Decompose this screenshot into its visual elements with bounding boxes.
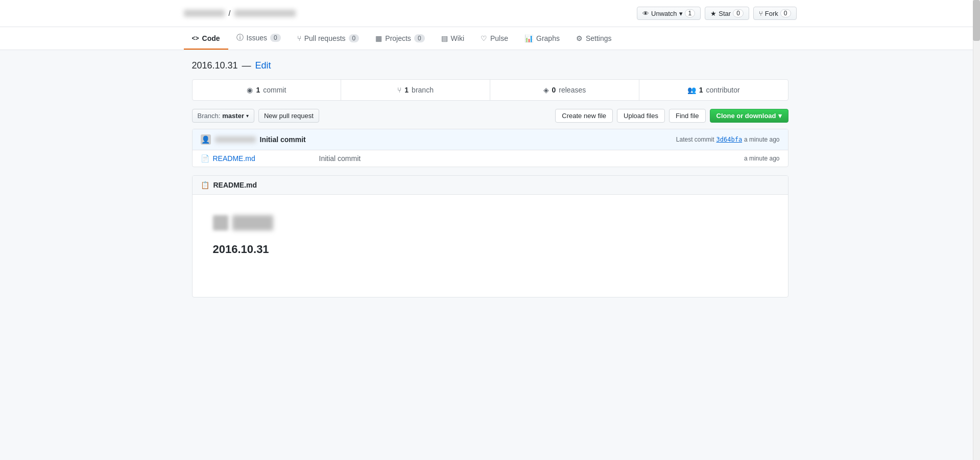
branch-label: Branch: (198, 112, 221, 120)
new-pull-request-button[interactable]: New pull request (258, 109, 319, 123)
star-label: Star (719, 10, 731, 17)
tab-pr-label: Pull requests (304, 34, 346, 42)
main-content: 2016.10.31 — Edit ◉ 1 commit ⑂ 1 branch … (184, 50, 797, 308)
repo-name-blur (234, 10, 296, 17)
tab-issues-label: Issues (247, 34, 267, 42)
tab-wiki-label: Wiki (451, 34, 464, 42)
stat-releases[interactable]: ◈ 0 releases (490, 80, 639, 100)
readme-book-icon: 📋 (201, 181, 209, 189)
tab-graphs[interactable]: 📊 Graphs (516, 28, 568, 50)
fork-button[interactable]: ⑂ Fork 0 (753, 7, 797, 20)
tab-issues[interactable]: ⓘ Issues 0 (228, 27, 289, 50)
repo-breadcrumb: / (184, 9, 296, 17)
readme-header: 📋 README.md (193, 176, 788, 195)
pr-badge: 0 (349, 34, 360, 42)
tab-projects-label: Projects (385, 34, 411, 42)
settings-icon: ⚙ (576, 34, 583, 42)
clone-or-download-button[interactable]: Clone or download ▾ (710, 109, 788, 123)
scrollbar-thumb[interactable] (973, 0, 980, 41)
contributors-label: contributor (706, 86, 739, 94)
toolbar-left: Branch: master ▾ New pull request (192, 109, 319, 123)
commit-message: Initial commit (260, 135, 672, 144)
toolbar-right: Create new file Upload files Find file C… (555, 109, 788, 123)
repo-title-bar: 2016.10.31 — Edit (192, 60, 788, 71)
create-new-file-button[interactable]: Create new file (555, 109, 613, 123)
tag-icon: ◈ (543, 86, 549, 94)
table-row: 📄 README.md Initial commit a minute ago (193, 150, 788, 167)
commits-count: 1 (256, 86, 260, 94)
tab-pulse[interactable]: ♡ Pulse (472, 28, 516, 50)
tab-code[interactable]: <> Code (184, 28, 228, 50)
tab-projects[interactable]: ▦ Projects 0 (367, 28, 433, 50)
avatar-image: 👤 (201, 135, 210, 144)
code-icon: <> (192, 35, 199, 42)
readme-section: 📋 README.md 2016.10.31 (192, 175, 788, 297)
top-bar: / 👁 Unwatch ▾ 1 ★ Star 0 ⑂ Fork 0 (0, 0, 980, 27)
releases-count: 0 (552, 86, 556, 94)
commit-author (215, 136, 256, 143)
tab-settings[interactable]: ⚙ Settings (568, 28, 620, 50)
unwatch-dropdown-icon: ▾ (679, 10, 683, 17)
pr-icon: ⑂ (297, 34, 301, 42)
unwatch-label: Unwatch (651, 10, 677, 17)
file-name-link[interactable]: README.md (213, 154, 315, 163)
file-toolbar: Branch: master ▾ New pull request Create… (192, 109, 788, 123)
commits-label: commit (263, 86, 286, 94)
readme-header-label: README.md (213, 181, 257, 189)
file-commit-message: Initial commit (319, 154, 740, 163)
stat-branches[interactable]: ⑂ 1 branch (341, 80, 490, 100)
star-count: 0 (733, 9, 744, 17)
branches-label: branch (412, 86, 434, 94)
latest-commit-prefix: Latest commit (676, 136, 714, 143)
tab-wiki[interactable]: ▤ Wiki (433, 28, 472, 50)
stat-contributors[interactable]: 👥 1 contributor (639, 80, 788, 100)
readme-image-small (213, 215, 228, 231)
clone-download-label: Clone or download (716, 112, 776, 120)
stats-bar: ◉ 1 commit ⑂ 1 branch ◈ 0 releases 👥 1 c… (192, 79, 788, 101)
upload-files-button[interactable]: Upload files (617, 109, 665, 123)
fork-icon: ⑂ (759, 10, 763, 17)
graphs-icon: 📊 (524, 34, 533, 42)
tab-nav: <> Code ⓘ Issues 0 ⑂ Pull requests 0 ▦ P… (0, 27, 980, 50)
tab-pulse-label: Pulse (490, 34, 508, 42)
commit-meta: Latest commit 3d64bfa a minute ago (676, 136, 780, 143)
tab-graphs-label: Graphs (536, 34, 560, 42)
branch-name: master (222, 112, 244, 120)
wiki-icon: ▤ (441, 34, 448, 42)
star-button[interactable]: ★ Star 0 (705, 7, 749, 20)
fork-count: 0 (780, 9, 791, 17)
branch-icon: ⑂ (397, 86, 401, 94)
eye-icon: 👁 (642, 10, 649, 17)
title-separator: — (242, 60, 251, 71)
readme-body: 2016.10.31 (193, 195, 788, 297)
fork-label: Fork (765, 10, 778, 17)
releases-label: releases (559, 86, 586, 94)
issues-icon: ⓘ (236, 33, 244, 42)
branch-selector[interactable]: Branch: master ▾ (192, 109, 254, 123)
branches-count: 1 (404, 86, 409, 94)
commit-time: a minute ago (744, 136, 779, 143)
readme-title: 2016.10.31 (213, 243, 269, 256)
edit-link[interactable]: Edit (255, 60, 271, 71)
people-icon: 👥 (687, 86, 696, 94)
pulse-icon: ♡ (481, 34, 487, 42)
stat-commits[interactable]: ◉ 1 commit (193, 80, 342, 100)
projects-badge: 0 (414, 34, 425, 42)
issues-badge: 0 (270, 34, 281, 42)
commit-sha-link[interactable]: 3d64bfa (716, 136, 743, 143)
contributors-count: 1 (699, 86, 703, 94)
readme-image-area (213, 215, 273, 231)
unwatch-button[interactable]: 👁 Unwatch ▾ 1 (637, 7, 701, 20)
commit-avatar: 👤 (201, 134, 211, 145)
file-icon: 📄 (201, 154, 209, 163)
tab-settings-label: Settings (586, 34, 612, 42)
find-file-button[interactable]: Find file (669, 109, 706, 123)
file-time: a minute ago (744, 155, 779, 162)
user-name-blur (184, 10, 225, 17)
unwatch-count: 1 (685, 9, 696, 17)
scrollbar[interactable] (973, 0, 980, 460)
tab-code-label: Code (202, 34, 220, 42)
readme-image-large (232, 215, 273, 231)
star-icon: ★ (710, 10, 716, 17)
tab-pull-requests[interactable]: ⑂ Pull requests 0 (289, 28, 368, 50)
